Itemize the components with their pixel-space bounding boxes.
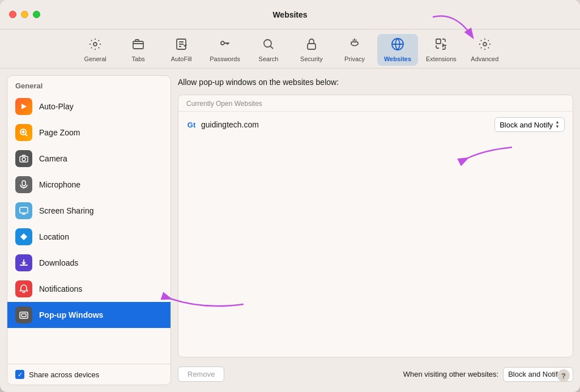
- toolbar-item-general[interactable]: General: [75, 34, 116, 66]
- sidebar-item-popup-windows[interactable]: Pop-up Windows: [7, 302, 170, 328]
- advanced-icon: [478, 37, 492, 53]
- microphone-icon: [15, 176, 32, 193]
- currently-open-websites-header: Currently Open Websites: [178, 95, 573, 112]
- visiting-label: When visiting other websites:: [403, 370, 498, 378]
- website-row: Gt guidingtech.com Block and Notify ▲ ▼: [178, 112, 573, 138]
- tabs-icon: [131, 37, 145, 53]
- minimize-button[interactable]: [21, 11, 28, 18]
- sidebar-item-label-downloads: Downloads: [39, 258, 78, 267]
- sidebar-item-label-camera: Camera: [39, 154, 67, 163]
- downloads-icon: [15, 254, 32, 271]
- search-label: Search: [259, 56, 279, 62]
- sidebar-item-downloads[interactable]: Downloads: [7, 250, 170, 276]
- visiting-dropdown-value: Block and Notify: [508, 370, 561, 378]
- sidebar-item-label-microphone: Microphone: [39, 180, 80, 189]
- sidebar-item-location[interactable]: Location: [7, 224, 170, 250]
- sidebar-section-label: General: [7, 76, 170, 93]
- toolbar-item-autofill[interactable]: AutoFill: [161, 34, 202, 66]
- main-window: Websites General Tabs: [0, 0, 580, 392]
- websites-box: Currently Open Websites Gt guidingtech.c…: [178, 95, 573, 357]
- passwords-label: Passwords: [210, 56, 240, 62]
- privacy-label: Privacy: [344, 56, 365, 62]
- sidebar-item-microphone[interactable]: Microphone: [7, 172, 170, 198]
- popup-windows-icon: [15, 306, 32, 323]
- svg-point-3: [221, 41, 224, 45]
- svg-point-8: [483, 42, 487, 46]
- visiting-row: When visiting other websites: Block and …: [403, 367, 573, 382]
- site-favicon: Gt: [186, 120, 197, 130]
- svg-rect-1: [133, 41, 143, 49]
- sidebar-item-notifications[interactable]: Notifications: [7, 276, 170, 302]
- privacy-icon: [348, 37, 361, 53]
- sidebar-footer: ✓ Share across devices: [7, 364, 170, 385]
- extensions-icon: [434, 37, 448, 53]
- extensions-label: Extensions: [426, 56, 457, 62]
- titlebar: Websites: [0, 0, 580, 29]
- security-label: Security: [300, 56, 323, 62]
- svg-point-15: [22, 157, 25, 161]
- dropdown-arrows-icon: ▲ ▼: [555, 120, 560, 129]
- tabs-label: Tabs: [132, 56, 145, 62]
- advanced-label: Advanced: [471, 56, 498, 62]
- sidebar-item-label-notifications: Notifications: [39, 284, 82, 293]
- svg-line-11: [25, 134, 27, 136]
- toolbar-item-advanced[interactable]: Advanced: [464, 34, 505, 66]
- websites-icon: [391, 37, 404, 53]
- svg-rect-7: [436, 39, 441, 44]
- sidebar-list: Auto-Play Page Zoom Camera: [7, 93, 170, 364]
- toolbar-item-passwords[interactable]: Passwords: [204, 34, 246, 66]
- sidebar-item-label-popup-windows: Pop-up Windows: [39, 310, 103, 319]
- help-button[interactable]: ?: [557, 369, 570, 382]
- svg-point-0: [93, 42, 97, 46]
- sidebar-item-screen-sharing[interactable]: Screen Sharing: [7, 198, 170, 224]
- main-content: General Auto-Play Page Zoom: [0, 69, 580, 392]
- website-dropdown[interactable]: Block and Notify ▲ ▼: [494, 117, 565, 132]
- svg-marker-18: [20, 233, 27, 240]
- sidebar-item-label-page-zoom: Page Zoom: [39, 128, 80, 137]
- toolbar-item-security[interactable]: Security: [291, 34, 332, 66]
- website-dropdown-value: Block and Notify: [500, 121, 553, 129]
- passwords-icon: [218, 37, 232, 53]
- location-icon: [15, 228, 32, 245]
- share-across-devices-checkbox[interactable]: ✓: [15, 370, 24, 379]
- toolbar-item-tabs[interactable]: Tabs: [118, 34, 159, 66]
- security-icon: [305, 37, 318, 53]
- screen-sharing-icon: [15, 202, 32, 219]
- svg-rect-5: [308, 44, 315, 49]
- notifications-icon: [15, 280, 32, 297]
- sidebar-item-auto-play[interactable]: Auto-Play: [7, 93, 170, 120]
- svg-rect-16: [22, 181, 25, 186]
- maximize-button[interactable]: [33, 11, 40, 18]
- general-label: General: [84, 56, 106, 62]
- auto-play-icon: [15, 98, 32, 115]
- svg-rect-20: [22, 314, 26, 317]
- svg-rect-17: [20, 207, 28, 213]
- toolbar-item-privacy[interactable]: Privacy: [334, 34, 375, 66]
- svg-marker-9: [22, 104, 27, 109]
- sidebar-item-label-screen-sharing: Screen Sharing: [39, 206, 94, 215]
- toolbar: General Tabs AutoFill: [0, 29, 580, 69]
- website-name: Gt guidingtech.com: [186, 120, 259, 130]
- camera-icon: [15, 150, 32, 167]
- window-controls: [9, 11, 40, 18]
- general-icon: [88, 37, 102, 53]
- svg-point-4: [264, 40, 271, 47]
- toolbar-item-websites[interactable]: Websites: [377, 34, 418, 66]
- close-button[interactable]: [9, 11, 16, 18]
- share-across-devices-label: Share across devices: [29, 370, 99, 379]
- sidebar-item-page-zoom[interactable]: Page Zoom: [7, 120, 170, 146]
- autofill-label: AutoFill: [171, 56, 192, 62]
- site-url: guidingtech.com: [201, 120, 259, 129]
- window-title: Websites: [272, 10, 307, 19]
- search-icon: [262, 37, 275, 53]
- sidebar-item-camera[interactable]: Camera: [7, 146, 170, 172]
- sidebar-item-label-location: Location: [39, 232, 69, 241]
- toolbar-item-extensions[interactable]: Extensions: [420, 34, 462, 66]
- right-panel: Allow pop-up windows on the websites bel…: [178, 75, 573, 385]
- page-zoom-icon: [15, 124, 32, 141]
- sidebar: General Auto-Play Page Zoom: [7, 75, 171, 385]
- toolbar-item-search[interactable]: Search: [248, 34, 289, 66]
- remove-button[interactable]: Remove: [178, 367, 224, 382]
- sidebar-item-label-auto-play: Auto-Play: [39, 102, 74, 111]
- panel-description: Allow pop-up windows on the websites bel…: [178, 75, 573, 89]
